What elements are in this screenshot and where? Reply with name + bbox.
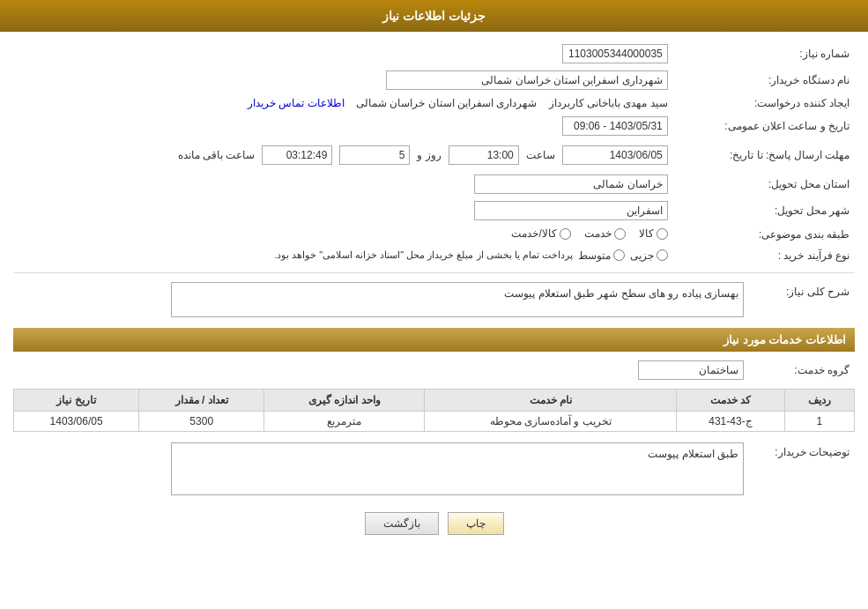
col-unit: واحد اندازه گیری [264, 389, 425, 411]
need-description-label: شرح کلی نیاز: [749, 279, 855, 321]
buyer-org-value: شهرداری اسفراین استان خراسان شمالی [386, 71, 668, 90]
cell-name: تخریب و آماده‌سازی محوطه [425, 411, 677, 431]
cell-date: 1403/06/05 [14, 411, 139, 431]
deadline-time-label: ساعت [526, 149, 555, 161]
delivery-province-value: خراسان شمالی [474, 175, 668, 194]
print-button[interactable]: چاپ [448, 512, 504, 535]
public-announce-value: 1403/05/31 - 09:06 [562, 116, 668, 136]
category-option-kala-khadamat[interactable]: کالا/خدمت [511, 227, 570, 240]
service-group-label: گروه خدمت: [749, 357, 855, 383]
cell-row: 1 [784, 411, 854, 431]
services-table: ردیف کد خدمت نام خدمت واحد اندازه گیری ت… [13, 389, 855, 432]
need-number-value: 1103005344000035 [562, 44, 668, 63]
need-description-value: بهسازی پیاده رو های سطح شهر طبق استعلام … [504, 287, 738, 300]
cell-quantity: 5300 [139, 411, 264, 431]
need-number-label: شماره نیاز: [673, 41, 855, 67]
service-group-value: ساختمان [638, 360, 744, 380]
response-deadline-label: مهلت ارسال پاسخ: تا تاریخ: [673, 139, 855, 171]
creator-name: سید مهدی باباخانی کاربرداز [549, 97, 668, 109]
process-note: پرداخت تمام یا بخشی از مبلغ خریداز محل "… [274, 249, 573, 261]
deadline-time-value: 13:00 [449, 145, 519, 165]
category-option-khadamat[interactable]: خدمت [584, 227, 626, 240]
process-option-motavasset[interactable]: متوسط [578, 249, 625, 262]
table-row: 1 ج-43-431 تخریب و آماده‌سازی محوطه مترم… [14, 411, 855, 431]
creator-label: ایجاد کننده درخواست: [673, 93, 855, 113]
page-header: جزئیات اطلاعات نیاز [0, 0, 868, 32]
process-type-row: جزیی متوسط پرداخت تمام یا بخشی از مبلغ خ… [19, 249, 668, 262]
buyer-org-label: نام دستگاه خریدار: [673, 67, 855, 93]
category-option-kala[interactable]: کالا [639, 227, 668, 240]
process-option-jozi[interactable]: جزیی [630, 249, 668, 262]
creator-contact-link[interactable]: اطلاعات تماس خریدار [248, 97, 345, 109]
col-name: نام خدمت [425, 389, 677, 411]
buyer-desc-value: طبق استعلام پیوست [648, 448, 738, 460]
category-radio-group: کالا خدمت کالا/خدمت [511, 227, 667, 240]
buyer-desc-box: طبق استعلام پیوست [171, 442, 744, 495]
page-title: جزئیات اطلاعات نیاز [382, 9, 486, 23]
buyer-desc-label: توضیحات خریدار: [749, 439, 855, 499]
need-description-box: بهسازی پیاده رو های سطح شهر طبق استعلام … [171, 282, 744, 317]
services-section-title: اطلاعات خدمات مورد نیاز [13, 328, 855, 352]
deadline-days-label: روز و [417, 149, 441, 161]
button-row: چاپ بازگشت [13, 512, 855, 535]
col-date: تاریخ نیاز [14, 389, 139, 411]
deadline-remaining-label: ساعت باقی مانده [178, 149, 256, 161]
delivery-city-value: اسفراین [474, 201, 668, 220]
delivery-city-label: شهر محل تحویل: [673, 197, 855, 224]
public-announce-label: تاریخ و ساعت اعلان عمومی: [673, 113, 855, 139]
deadline-date-value: 1403/06/05 [562, 145, 668, 165]
process-type-label: نوع فرآیند خرید : [673, 246, 855, 265]
delivery-province-label: استان محل تحویل: [673, 171, 855, 197]
col-row: ردیف [784, 389, 854, 411]
back-button[interactable]: بازگشت [365, 512, 439, 535]
col-code: کد خدمت [677, 389, 784, 411]
cell-code: ج-43-431 [677, 411, 784, 431]
creator-org: شهرداری اسفراین استان خراسان شمالی [356, 97, 537, 109]
cell-unit: مترمربع [264, 411, 425, 431]
deadline-remaining-value: 03:12:49 [262, 145, 332, 165]
col-quantity: تعداد / مقدار [139, 389, 264, 411]
deadline-days-value: 5 [339, 145, 410, 165]
category-label: طبقه بندی موضوعی: [673, 224, 855, 246]
